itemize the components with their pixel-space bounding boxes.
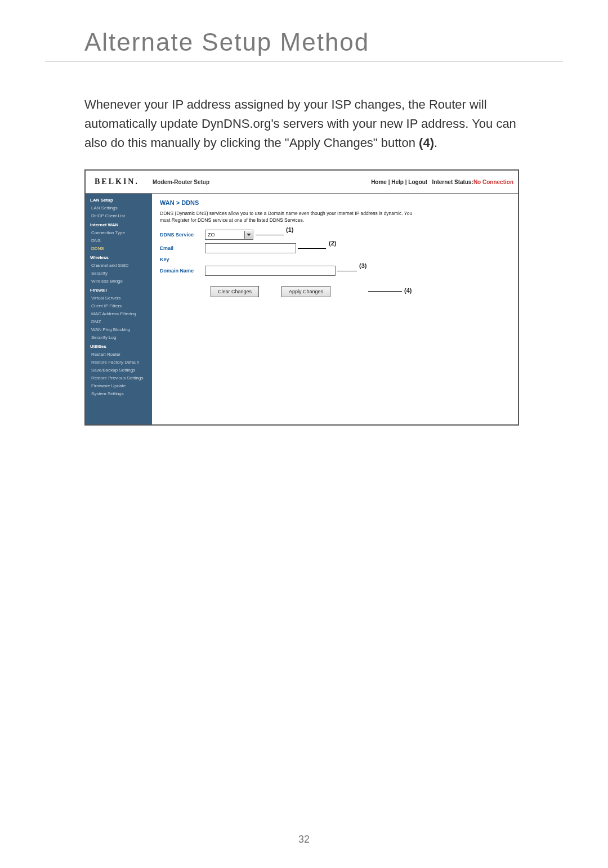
brand-logo: BELKIN.	[86, 177, 148, 186]
domain-field[interactable]	[205, 266, 336, 276]
sidebar-header: Firewall	[90, 287, 152, 294]
sidebar: LAN Setup LAN Settings DHCP Client List …	[86, 194, 152, 424]
sidebar-item[interactable]: Firmware Update	[90, 383, 152, 390]
sidebar-item[interactable]: WAN Ping Blocking	[90, 326, 152, 333]
sidebar-item[interactable]: DMZ	[90, 319, 152, 325]
ddns-service-label: DDNS Service	[160, 232, 205, 238]
sidebar-item-ddns[interactable]: DDNS	[90, 245, 152, 252]
sidebar-item[interactable]: Connection Type	[90, 230, 152, 236]
apply-changes-button[interactable]: Apply Changes	[281, 286, 330, 297]
sidebar-item[interactable]: DNS	[90, 238, 152, 244]
sidebar-item[interactable]: System Settings	[90, 391, 152, 397]
breadcrumb: WAN > DDNS	[160, 199, 510, 206]
sidebar-item[interactable]: Save/Backup Settings	[90, 367, 152, 374]
key-label: Key	[160, 257, 205, 262]
row-domain: Domain Name (3)	[160, 266, 510, 276]
callout-2: (2)	[329, 240, 336, 247]
sidebar-item[interactable]: LAN Settings	[90, 205, 152, 212]
sidebar-item[interactable]: MAC Address Filtering	[90, 311, 152, 317]
sidebar-item[interactable]: Wireless Bridge	[90, 278, 152, 285]
sidebar-item[interactable]: Virtual Servers	[90, 295, 152, 302]
intro-text-b: .	[434, 136, 437, 150]
sidebar-header: LAN Setup	[90, 197, 152, 204]
app-title: Modem-Router Setup	[148, 179, 371, 185]
callout-lead	[337, 271, 357, 271]
row-ddns-service: DDNS Service ZO (1)	[160, 230, 510, 240]
ddns-service-select[interactable]: ZO	[205, 230, 253, 240]
divider	[45, 61, 563, 61]
content-panel: WAN > DDNS DDNS (Dynamic DNS) services a…	[152, 194, 518, 424]
status-label: Internet Status:	[432, 179, 473, 185]
sidebar-header: Utilities	[90, 343, 152, 350]
intro-ref: (4)	[419, 136, 434, 150]
callout-4: (4)	[404, 287, 412, 294]
topbar: BELKIN. Modem-Router Setup Home | Help |…	[86, 171, 518, 194]
sidebar-item[interactable]: DHCP Client List	[90, 213, 152, 220]
row-email: Email (2)	[160, 243, 510, 253]
sidebar-header: Internet WAN	[90, 222, 152, 229]
intro-paragraph: Whenever your IP address assigned by you…	[84, 95, 519, 153]
button-row: Clear Changes Apply Changes (4)	[211, 286, 510, 297]
page-title: Alternate Setup Method	[84, 28, 608, 56]
sidebar-item[interactable]: Channel and SSID	[90, 262, 152, 269]
intro-text-a: Whenever your IP address assigned by you…	[84, 97, 516, 150]
sidebar-item[interactable]: Security Log	[90, 334, 152, 341]
sidebar-item[interactable]: Restore Factory Default	[90, 359, 152, 366]
ddns-service-value: ZO	[208, 232, 215, 238]
domain-label: Domain Name	[160, 268, 205, 274]
callout-3: (3)	[359, 262, 366, 269]
top-links: Home | Help | Logout Internet Status:No …	[371, 179, 513, 185]
sidebar-item[interactable]: Restore Previous Settings	[90, 375, 152, 382]
callout-lead	[298, 248, 326, 249]
link-help[interactable]: Help	[391, 179, 404, 185]
chevron-down-icon[interactable]	[244, 231, 253, 239]
row-key: Key	[160, 257, 510, 262]
callout-lead	[256, 235, 284, 235]
status-value: No Connection	[473, 179, 513, 185]
page-number: 32	[0, 834, 608, 845]
sidebar-item[interactable]: Restart Router	[90, 351, 152, 358]
sidebar-header: Wireless	[90, 254, 152, 261]
sidebar-item[interactable]: Security	[90, 270, 152, 277]
email-label: Email	[160, 245, 205, 251]
router-screenshot: BELKIN. Modem-Router Setup Home | Help |…	[84, 169, 519, 426]
link-logout[interactable]: Logout	[408, 179, 427, 185]
link-home[interactable]: Home	[371, 179, 387, 185]
callout-1: (1)	[286, 226, 293, 233]
callout-lead	[368, 291, 402, 292]
sidebar-item[interactable]: Client IP Filters	[90, 303, 152, 310]
email-field[interactable]	[205, 243, 296, 253]
clear-changes-button[interactable]: Clear Changes	[211, 286, 259, 297]
page-description: DDNS (Dynamic DNS) services allow you to…	[160, 211, 419, 224]
